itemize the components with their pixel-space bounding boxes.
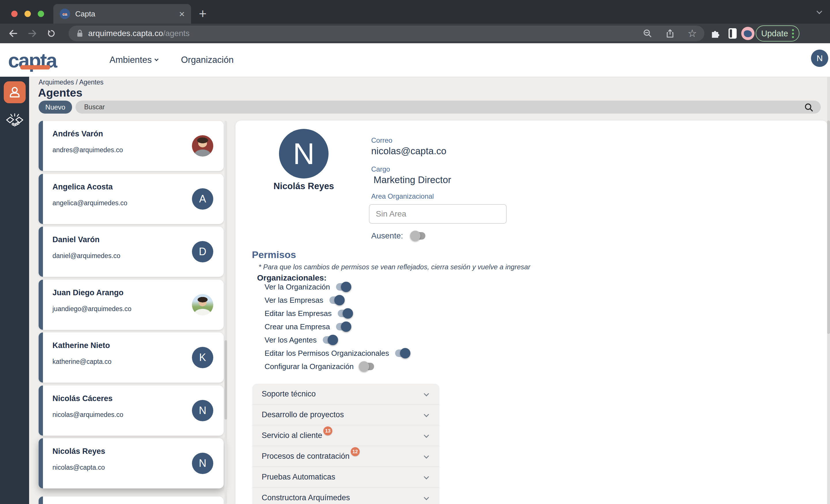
nav-ambientes[interactable]: Ambientes [109,55,158,65]
permission-toggle[interactable] [394,347,410,359]
agent-card[interactable]: Daniel Varóndaniel@arquimedes.coD [39,227,224,277]
agent-email: nicolas@arquimedes.co [53,411,123,419]
browser-window: ca Capta × + arquimedes.capta.co/agents … [0,0,830,504]
sidebar-item-agents[interactable] [4,81,26,103]
accordion-section[interactable]: Servicio al cliente13 [252,425,439,446]
accordion-section[interactable]: Procesos de contratación12 [252,446,439,467]
breadcrumb[interactable]: Arquimedes / Agentes [39,78,103,86]
agent-email: juandiego@arquimedes.co [53,305,131,313]
area-input[interactable] [369,204,507,224]
permission-toggle[interactable] [335,281,351,293]
accordion-section[interactable]: Soporte técnico [252,384,439,405]
agent-initial-avatar: N [192,453,213,474]
maximize-window-button[interactable] [38,11,44,17]
correo-value: nicolas@capta.co [371,146,446,157]
search-icon[interactable] [804,103,813,113]
permission-toggle-row: Ver los Agentes [264,333,410,347]
notification-badge: 13 [323,427,332,435]
permission-toggle-row: Crear una Empresa [264,320,410,333]
page-title: Agentes [38,87,83,99]
detail-avatar: N [279,129,328,179]
new-tab-button[interactable]: + [199,7,206,20]
zoom-page-icon[interactable] [643,29,652,38]
agent-card[interactable]: Nicolás Reyesnicolas@capta.coN [39,438,224,489]
handshake-icon [6,112,24,128]
agent-name: Andrés Varón [53,129,103,138]
share-icon[interactable] [665,29,675,38]
extensions-puzzle-icon[interactable] [709,28,721,40]
agent-email: andres@arquimedes.co [53,146,123,154]
sidebar-item-partners[interactable] [5,111,25,129]
detail-agent-name: Nicolás Reyes [259,181,348,191]
tab-list-chevron-icon[interactable] [817,8,822,14]
chevron-down-icon [424,433,429,438]
permission-label: Ver los Agentes [264,336,317,345]
browser-tab-strip: ca Capta × + [0,0,830,24]
capta-logo[interactable]: capta [8,49,57,72]
permission-label: Configurar la Organización [264,362,354,371]
permission-toggle[interactable] [322,334,338,346]
side-panel-icon[interactable] [729,28,737,39]
scrollbar-thumb[interactable] [224,340,227,419]
agent-card[interactable]: Angelica Acostaangelica@arquimedes.coA [39,174,224,224]
accordion-section[interactable]: Desarrollo de proyectos [252,405,439,425]
accordion-section[interactable]: Pruebas Automaticas [252,467,439,487]
minimize-window-button[interactable] [25,11,31,17]
agent-initial-avatar: N [192,400,213,421]
ausente-toggle[interactable] [410,230,426,242]
permission-toggle[interactable] [337,308,353,319]
agent-list-scrollbar[interactable] [224,121,227,504]
accordion-section[interactable]: Constructora Arquímedes [252,487,439,504]
permission-toggle-row: Ver las Empresas [264,293,410,307]
chevron-down-icon [424,474,429,479]
scrollbar-thumb[interactable] [827,121,830,334]
agent-card[interactable]: Andrés Varónandres@arquimedes.co [39,121,224,171]
agent-card[interactable]: Juan Diego Arangojuandiego@arquimedes.co [39,280,224,330]
bookmark-star-icon[interactable]: ☆ [688,27,697,39]
permission-label: Ver las Empresas [264,296,323,305]
permission-label: Ver la Organización [264,283,330,291]
agent-initial-avatar: A [192,188,213,210]
agent-photo-avatar [192,294,213,315]
agent-email: angelica@arquimedes.co [53,199,127,207]
accordion-label: Constructora Arquímedes [262,493,350,502]
permisos-note: * Para que los cambios de permisos se ve… [258,263,530,271]
url-text: arquimedes.capta.co/agents [88,29,630,38]
chevron-down-icon [424,391,429,396]
reload-button[interactable] [45,28,57,39]
search-input[interactable] [75,101,821,114]
agent-card[interactable]: Katherine Nietokatherine@capta.coK [39,333,224,383]
chevron-down-icon [155,57,159,61]
permission-toggle-row: Ver la Organización [264,280,410,293]
page-scrollbar[interactable] [827,77,830,504]
nav-organizacion[interactable]: Organización [181,55,234,65]
chevron-down-icon [424,412,429,417]
permission-toggle[interactable] [359,361,375,372]
close-window-button[interactable] [11,11,18,17]
forward-button[interactable] [27,28,38,39]
accordion-label: Servicio al cliente [262,431,322,440]
ausente-label: Ausente: [371,231,403,241]
new-agent-button[interactable]: Nuevo [39,101,72,114]
cargo-input[interactable] [374,175,498,185]
user-avatar[interactable]: N [811,50,828,67]
agent-name: Angelica Acosta [53,183,113,191]
tab-close-icon[interactable]: × [179,9,185,19]
agent-name: Nicolás Cáceres [53,394,113,403]
agent-card[interactable]: Test [39,497,224,504]
agent-email: katherine@capta.co [53,358,111,366]
update-button[interactable]: Update [756,25,799,41]
agent-card[interactable]: Nicolás Cáceresnicolas@arquimedes.coN [39,385,224,436]
browser-menu-dots-icon[interactable] [792,29,794,38]
app-header: capta Ambientes Organización N [0,43,830,77]
permission-toggle[interactable] [335,321,351,333]
permission-toggle-list: Ver la OrganizaciónVer las EmpresasEdita… [264,280,410,373]
app-sidebar [0,77,29,504]
cargo-label: Cargo [371,165,390,173]
permission-toggle[interactable] [328,294,345,306]
url-bar[interactable]: arquimedes.capta.co/agents ☆ [69,26,704,41]
back-button[interactable] [7,28,19,39]
browser-tab[interactable]: ca Capta × [53,4,191,24]
permission-toggle-row: Configurar la Organización [264,360,410,373]
browser-profile-avatar[interactable] [741,27,755,40]
